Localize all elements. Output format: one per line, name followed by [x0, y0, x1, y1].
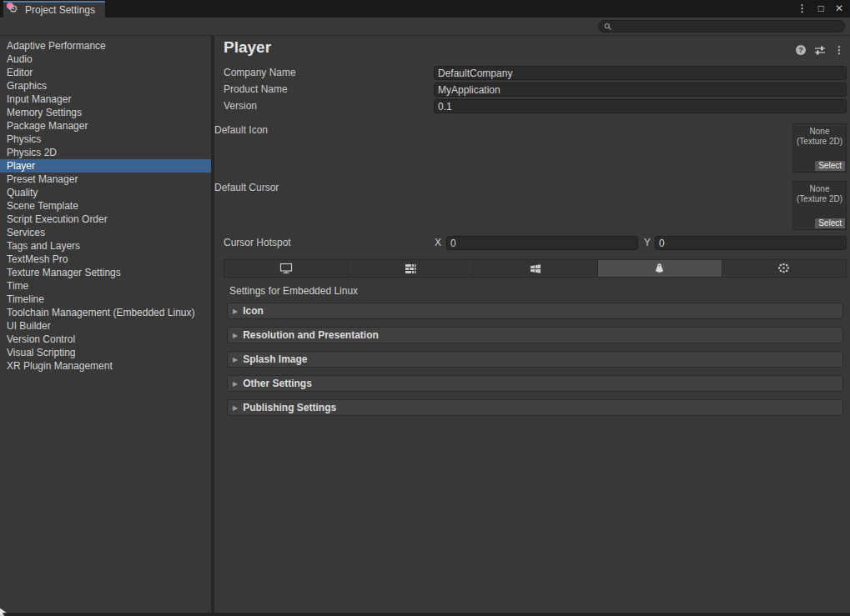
sidebar-item-ui-builder[interactable]: UI Builder — [0, 319, 211, 333]
company-name-label: Company Name — [224, 66, 434, 80]
tab-title: Project Settings — [25, 4, 95, 16]
section-splash-image[interactable]: ▶ Splash Image — [227, 351, 843, 368]
tab-qnx[interactable] — [722, 259, 847, 278]
foldout-arrow-icon: ▶ — [233, 379, 238, 387]
sidebar-item-quality[interactable]: Quality — [0, 186, 211, 199]
sidebar-item-editor[interactable]: Editor — [0, 66, 211, 79]
project-settings-gear-icon: ⚙ — [8, 4, 21, 17]
settings-sidebar: Adaptive Performance Audio Editor Graphi… — [0, 36, 211, 613]
version-input[interactable] — [434, 99, 847, 113]
default-cursor-select-button[interactable]: Select — [815, 218, 845, 228]
close-icon[interactable]: ✕ — [835, 0, 843, 18]
default-icon-select-button[interactable]: Select — [815, 161, 845, 171]
section-label-resolution: Resolution and Presentation — [243, 329, 379, 341]
sidebar-item-version-control[interactable]: Version Control — [0, 333, 211, 346]
tab-embedded-linux[interactable] — [597, 259, 722, 278]
more-options-icon[interactable]: ⋮ — [834, 44, 844, 56]
cursor-hotspot-label: Cursor Hotspot — [224, 236, 291, 250]
sidebar-item-script-execution-order[interactable]: Script Execution Order — [0, 213, 211, 226]
sidebar-item-graphics[interactable]: Graphics — [0, 79, 211, 93]
section-label-publishing: Publishing Settings — [243, 402, 336, 413]
window-controls: ⋮ □ ✕ — [797, 0, 843, 18]
sidebar-item-textmesh-pro[interactable]: TextMesh Pro — [0, 253, 211, 266]
sidebar-item-input-manager[interactable]: Input Manager — [0, 93, 211, 106]
sidebar-item-physics[interactable]: Physics — [0, 133, 211, 146]
sidebar-item-package-manager[interactable]: Package Manager — [0, 119, 211, 133]
tab-standalone[interactable] — [224, 259, 348, 278]
section-label-other: Other Settings — [243, 378, 312, 389]
sidebar-item-tags-and-layers[interactable]: Tags and Layers — [0, 239, 211, 253]
toolbar — [0, 18, 850, 36]
version-label: Version — [224, 99, 434, 113]
settings-for-platform-header: Settings for Embedded Linux — [229, 285, 358, 297]
sidebar-item-services[interactable]: Services — [0, 226, 211, 239]
default-icon-label: Default Icon — [214, 123, 268, 137]
header-icons: ? ⋮ — [796, 44, 844, 56]
content-area: Adaptive Performance Audio Editor Graphi… — [0, 36, 850, 613]
section-other-settings[interactable]: ▶ Other Settings — [227, 375, 843, 392]
help-icon[interactable]: ? — [796, 45, 806, 55]
page-title: Player — [224, 38, 271, 57]
hotspot-y-input[interactable] — [655, 236, 847, 250]
product-name-row: Product Name — [224, 83, 847, 97]
default-icon-type-text: (Texture 2D) — [793, 137, 846, 147]
sidebar-item-adaptive-performance[interactable]: Adaptive Performance — [0, 39, 211, 53]
foldout-arrow-icon: ▶ — [233, 355, 238, 363]
tab-dedicated-server[interactable] — [348, 259, 472, 278]
tab-project-settings[interactable]: ⚙ Project Settings — [3, 1, 105, 18]
search-box[interactable] — [598, 20, 845, 33]
tab-windows[interactable] — [472, 259, 596, 278]
sidebar-item-physics-2d[interactable]: Physics 2D — [0, 146, 211, 159]
sidebar-item-toolchain-management[interactable]: Toolchain Management (Embedded Linux) — [0, 306, 211, 319]
company-name-input[interactable] — [434, 66, 847, 80]
linux-tux-icon — [654, 263, 665, 274]
qnx-logo-icon — [777, 263, 790, 274]
sidebar-item-scene-template[interactable]: Scene Template — [0, 199, 211, 213]
default-icon-texture-well[interactable]: None (Texture 2D) Select — [792, 123, 847, 173]
product-name-input[interactable] — [434, 83, 847, 97]
default-cursor-type-text: (Texture 2D) — [793, 194, 846, 204]
maximize-icon[interactable]: □ — [818, 0, 824, 18]
foldout-arrow-icon: ▶ — [233, 331, 238, 338]
section-icon[interactable]: ▶ Icon — [227, 303, 843, 319]
settings-sections: ▶ Icon ▶ Resolution and Presentation ▶ S… — [227, 303, 843, 423]
sidebar-item-time[interactable]: Time — [0, 279, 211, 293]
section-resolution-and-presentation[interactable]: ▶ Resolution and Presentation — [227, 327, 843, 343]
server-icon — [405, 263, 416, 274]
windows-logo-icon — [530, 263, 541, 274]
search-input[interactable] — [616, 22, 839, 32]
sidebar-item-player[interactable]: Player — [0, 159, 211, 173]
window-menu-icon[interactable]: ⋮ — [797, 0, 807, 18]
foldout-arrow-icon: ▶ — [233, 403, 238, 411]
hotspot-x-input[interactable] — [446, 236, 638, 250]
hotspot-x-label: X — [435, 236, 441, 250]
sidebar-item-xr-plugin-management[interactable]: XR Plugin Management — [0, 359, 211, 373]
sidebar-item-audio[interactable]: Audio — [0, 53, 211, 66]
player-settings-panel: Player ? ⋮ Company Name Product Name — [214, 36, 850, 613]
search-icon — [604, 23, 612, 31]
mouse-cursor — [0, 607, 8, 616]
project-settings-window: ⚙ Project Settings ⋮ □ ✕ Adaptive Perfor… — [0, 0, 850, 616]
sidebar-item-memory-settings[interactable]: Memory Settings — [0, 106, 211, 119]
section-label-icon: Icon — [243, 305, 264, 317]
sidebar-item-visual-scripting[interactable]: Visual Scripting — [0, 346, 211, 359]
window-title-bar: ⚙ Project Settings ⋮ □ ✕ — [0, 0, 850, 18]
platform-tab-bar — [224, 259, 847, 278]
company-name-row: Company Name — [224, 66, 847, 80]
preset-icon[interactable] — [814, 45, 826, 55]
sidebar-item-texture-manager-settings[interactable]: Texture Manager Settings — [0, 266, 211, 279]
sidebar-item-preset-manager[interactable]: Preset Manager — [0, 173, 211, 186]
section-label-splash: Splash Image — [243, 353, 307, 365]
version-row: Version — [224, 99, 847, 113]
default-cursor-texture-well[interactable]: None (Texture 2D) Select — [792, 181, 847, 230]
window-bottom-edge — [0, 613, 850, 616]
sidebar-item-timeline[interactable]: Timeline — [0, 293, 211, 306]
product-name-label: Product Name — [224, 83, 434, 97]
foldout-arrow-icon: ▶ — [233, 307, 238, 314]
default-icon-none-text: None — [793, 127, 846, 137]
desktop-monitor-icon — [279, 263, 293, 274]
hotspot-y-label: Y — [644, 236, 651, 250]
default-cursor-label: Default Cursor — [214, 181, 279, 194]
default-cursor-none-text: None — [793, 184, 846, 194]
section-publishing-settings[interactable]: ▶ Publishing Settings — [227, 399, 843, 416]
